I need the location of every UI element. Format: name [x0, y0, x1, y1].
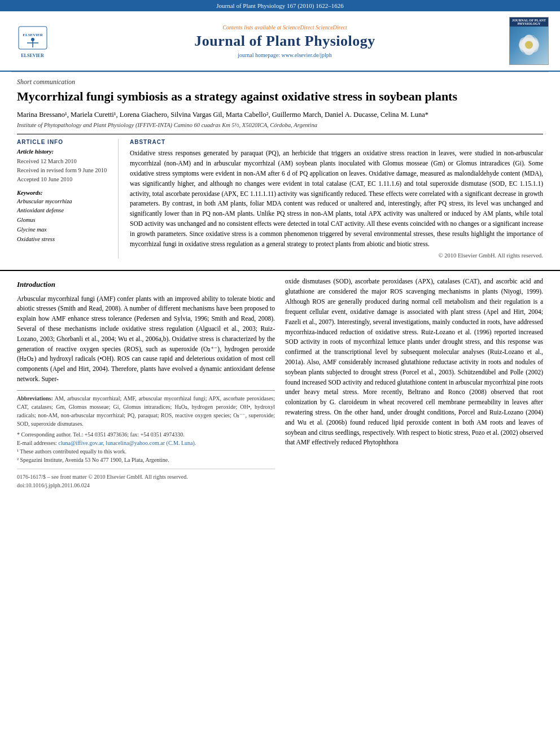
journal-name: Journal of Plant Physiology	[60, 33, 509, 50]
abstract-header: ABSTRACT	[130, 139, 543, 145]
received-date: Received 12 March 2010	[17, 157, 111, 166]
journal-title-block: Contents lists available at ScienceDirec…	[60, 24, 509, 58]
article-title: Mycorrhizal fungi symbiosis as a strateg…	[17, 89, 543, 105]
article-info-col: ARTICLE INFO Article history: Received 1…	[17, 139, 119, 259]
cover-title-text: JOURNAL OF PLANT PHYSIOLOGY	[510, 18, 548, 27]
elsevier-label: ELSEVIER	[21, 53, 43, 58]
corresponding-author: * Corresponding author. Tel.: +54 0351 4…	[17, 430, 275, 439]
topbar-text: Journal of Plant Physiology 167 (2010) 1…	[216, 2, 344, 9]
kw-0: Arbuscular mycorrhiza	[17, 197, 111, 207]
journal-homepage: journal homepage: www.elsevier.de/jplph	[60, 52, 509, 58]
issn-doi: 0176-1617/$ – see front matter © 2010 El…	[17, 469, 275, 490]
keywords-label: Keywords:	[17, 190, 111, 196]
svg-point-4	[31, 38, 34, 41]
journal-topbar: Journal of Plant Physiology 167 (2010) 1…	[0, 0, 560, 11]
kw-1: Antioxidant defense	[17, 206, 111, 216]
journal-header: ELSEVIER ELSEVIER Contents lists availab…	[0, 11, 560, 72]
intro-para1: Arbuscular mycorrhizal fungi (AMF) confe…	[17, 294, 275, 385]
history-label: Article history:	[17, 148, 111, 155]
article-info-header: ARTICLE INFO	[17, 139, 111, 145]
sciencedirect-line: Contents lists available at ScienceDirec…	[60, 24, 509, 30]
svg-text:ELSEVIER: ELSEVIER	[23, 33, 43, 37]
revised-date: Received in revised form 9 June 2010	[17, 166, 111, 175]
authors-line: Marina Bressano¹, Mariela Curetti¹, Lore…	[17, 110, 543, 120]
kw-3: Glycine max	[17, 225, 111, 235]
abbreviations: Abbreviations: AM, arbuscular mycorrhiza…	[17, 394, 275, 428]
kw-4: Oxidative stress	[17, 235, 111, 244]
footnote-section: Abbreviations: AM, arbuscular mycorrhiza…	[17, 390, 275, 490]
copyright-line: © 2010 Elsevier GmbH. All rights reserve…	[130, 252, 543, 259]
intro-title: Introduction	[17, 279, 275, 290]
doi-text: doi:10.1016/j.jplph.2011.06.024	[17, 481, 275, 490]
journal-cover-thumbnail: JOURNAL OF PLANT PHYSIOLOGY	[509, 17, 549, 65]
abstract-text: Oxidative stress responses generated by …	[130, 148, 543, 249]
article-header-section: Short communication Mycorrhizal fungi sy…	[0, 72, 560, 270]
elsevier-logo: ELSEVIER ELSEVIER	[11, 24, 54, 58]
article-meta-section: ARTICLE INFO Article history: Received 1…	[17, 134, 543, 259]
email-footnote: E-mail addresses: cluna@iffive.gov.ar, l…	[17, 439, 275, 447]
authors-text: Marina Bressano¹, Mariela Curetti¹, Lore…	[17, 111, 428, 119]
main-col-right: oxide dismutases (SOD), ascorbate peroxi…	[285, 277, 543, 490]
footnote-2: ² Spegazini Institute, Avenida 53 No 477…	[17, 456, 275, 464]
issn-text: 0176-1617/$ – see front matter © 2010 El…	[17, 473, 275, 482]
main-body: Introduction Arbuscular mycorrhizal fung…	[0, 270, 560, 501]
svg-point-10	[525, 41, 533, 49]
main-col-left: Introduction Arbuscular mycorrhizal fung…	[17, 277, 275, 490]
abstract-col: ABSTRACT Oxidative stress responses gene…	[130, 139, 543, 259]
affiliation: Institute of Phytopathology and Plant Ph…	[17, 122, 543, 128]
kw-2: Glomus	[17, 216, 111, 225]
accepted-date: Accepted 10 June 2010	[17, 175, 111, 184]
article-category: Short communication	[17, 78, 543, 86]
intro-para2: oxide dismutases (SOD), ascorbate peroxi…	[285, 277, 543, 448]
footnote-1: ¹ These authors contributed equally to t…	[17, 447, 275, 456]
